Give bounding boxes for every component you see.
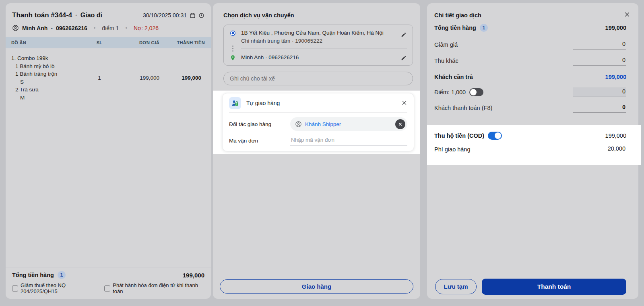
item-modifier: S	[11, 78, 87, 86]
amount-due-row: Khách cần trả 199,000	[434, 72, 626, 82]
shipping-title: Chọn dịch vụ vận chuyển	[213, 3, 420, 19]
order-channel: Giao đi	[80, 12, 102, 19]
dot-separator: •	[75, 12, 77, 19]
calendar-icon[interactable]	[190, 12, 196, 19]
item-line: 1 Bánh tráng trộn	[11, 70, 87, 78]
item-line: 2 Trà sữa	[11, 86, 87, 94]
remove-partner-icon[interactable]	[395, 119, 405, 129]
col-price: ĐƠN GIÁ	[112, 40, 159, 45]
amount-due-value: 199,000	[605, 74, 626, 80]
cod-value: 199,000	[605, 132, 626, 139]
tracking-label: Mã vận đơn	[229, 138, 290, 144]
origin-dot-icon	[229, 30, 236, 36]
self-delivery-title: Tự giao hàng	[246, 100, 396, 106]
order-panel: Thanh toán #344-4 • Giao đi 30/10/2025 0…	[6, 3, 211, 299]
order-header: Thanh toán #344-4 • Giao đi 30/10/2025 0…	[6, 3, 211, 19]
dash-separator: -	[51, 25, 53, 31]
delivery-fee-row: Phí giao hàng	[434, 144, 626, 155]
order-datetime: 30/10/2025 00:31	[143, 12, 187, 19]
clock-icon[interactable]	[198, 12, 204, 19]
tracking-input[interactable]	[290, 135, 407, 146]
receiver-info: Minh Anh · 0962626216	[241, 54, 299, 60]
total-value: 199,000	[605, 25, 626, 31]
address-card: 1B Yết Kiêu , Phường Cửa Nam, Quận Hoàn …	[223, 25, 413, 66]
customer-points: điểm 1	[102, 25, 119, 31]
self-delivery-icon	[229, 97, 241, 109]
pickup-branch: Chi nhánh trung tâm · 190065222	[241, 38, 384, 44]
order-total-value: 199,000	[183, 272, 204, 279]
item-line: 1 Bánh mỳ bỏ lò	[11, 62, 87, 70]
payment-title: Chi tiết giao dịch	[434, 12, 481, 19]
partner-label: Đối tác giao hàng	[229, 121, 290, 127]
discount-row: Giảm giá	[434, 39, 626, 50]
partner-name: Khánh Shipper	[305, 121, 392, 127]
item-modifier: M	[11, 94, 87, 102]
cod-label: Thu hộ tiền (COD)	[434, 132, 484, 139]
save-draft-button[interactable]: Lưu tạm	[435, 279, 477, 294]
total-count-badge: 1	[480, 24, 488, 32]
dot-separator: •	[94, 25, 96, 31]
customer-paid-row: Khách thanh toán (F8)	[434, 103, 626, 113]
discount-label: Giảm giá	[434, 41, 458, 48]
close-payment-icon[interactable]	[624, 11, 630, 18]
tax-reduction-label: Giảm thuế theo NQ 204/2025/QH15	[21, 282, 99, 294]
destination-pin-icon	[229, 54, 236, 61]
total-row: Tổng tiền hàng 1 199,000	[434, 23, 626, 33]
partner-person-icon	[295, 121, 302, 128]
customer-paid-label: Khách thanh toán (F8)	[434, 105, 492, 111]
payment-footer: Lưu tạm Thanh toán	[427, 274, 638, 299]
customer-row[interactable]: Minh Anh - 0962626216 • điểm 1 • Nợ: 2,0…	[6, 25, 211, 31]
items-table-header: ĐỒ ĂN SL ĐƠN GIÁ THÀNH TIỀN	[6, 37, 211, 48]
einvoice-checkbox-row[interactable]: Phát hành hóa đơn điện tử khi thanh toán	[104, 282, 204, 294]
close-self-delivery-icon[interactable]	[401, 100, 407, 106]
customer-paid-input[interactable]	[573, 103, 626, 113]
tax-reduction-checkbox[interactable]	[12, 285, 18, 292]
cod-toggle[interactable]	[488, 132, 502, 140]
other-income-label: Thu khác	[434, 58, 458, 64]
item-unit-price: 199,000	[112, 75, 159, 81]
self-delivery-card: Tự giao hàng Đối tác giao hàng	[222, 93, 414, 151]
item-name: 1. Combo 199k	[11, 54, 87, 62]
spotlight-self-delivery: Tự giao hàng Đối tác giao hàng	[213, 91, 420, 154]
dot-separator: •	[125, 25, 127, 31]
item-qty: 1	[87, 75, 112, 81]
col-total: THÀNH TIỀN	[159, 40, 211, 45]
shipping-footer: Giao hàng	[213, 274, 420, 299]
customer-icon	[12, 25, 19, 31]
delivery-fee-label: Phí giao hàng	[434, 146, 471, 153]
other-income-input[interactable]	[573, 56, 626, 66]
customer-debt: Nợ: 2,026	[134, 25, 159, 31]
einvoice-label: Phát hành hóa đơn điện tử khi thanh toán	[113, 282, 204, 294]
item-line-total: 199,000	[159, 75, 211, 81]
points-row: Điểm: 1,000	[434, 87, 626, 97]
driver-note-input[interactable]	[223, 72, 413, 85]
cod-row: Thu hộ tiền (COD) 199,000	[434, 130, 626, 141]
edit-pickup-icon[interactable]	[400, 30, 407, 38]
total-label: Tổng tiền hàng	[434, 25, 476, 31]
item-count-badge: 1	[58, 271, 66, 279]
pay-button[interactable]: Thanh toán	[482, 279, 626, 295]
payment-panel: Chi tiết giao dịch Tổng tiền hàng 1 199,…	[427, 3, 638, 299]
order-footer: Tổng tiền hàng 1 199,000 Giảm thuế theo …	[6, 267, 211, 299]
points-input[interactable]	[573, 87, 626, 97]
route-dots	[229, 45, 236, 52]
col-item: ĐỒ ĂN	[6, 40, 87, 45]
shipping-panel: Chọn dịch vụ vận chuyển 1B Yết Kiêu , Ph…	[213, 3, 420, 299]
pickup-address: 1B Yết Kiêu , Phường Cửa Nam, Quận Hoàn …	[241, 30, 384, 36]
edit-receiver-icon[interactable]	[400, 53, 407, 61]
order-total-label: Tổng tiền hàng	[12, 272, 54, 278]
order-title: Thanh toán #344-4	[12, 11, 72, 19]
customer-phone: 0962626216	[56, 25, 87, 31]
partner-chip[interactable]: Khánh Shipper	[290, 117, 407, 131]
points-toggle[interactable]	[469, 88, 483, 96]
table-row[interactable]: 1. Combo 199k 1 Bánh mỳ bỏ lò 1 Bánh trá…	[6, 54, 211, 101]
tax-reduction-checkbox-row[interactable]: Giảm thuế theo NQ 204/2025/QH15	[12, 282, 99, 294]
other-income-row: Thu khác	[434, 56, 626, 66]
amount-due-label: Khách cần trả	[434, 74, 473, 80]
deliver-button[interactable]: Giao hàng	[220, 279, 413, 294]
discount-input[interactable]	[573, 40, 626, 50]
delivery-fee-input[interactable]	[573, 145, 626, 154]
address-divider	[241, 48, 407, 49]
points-label: Điểm: 1,000	[434, 89, 466, 95]
einvoice-checkbox[interactable]	[104, 285, 110, 292]
